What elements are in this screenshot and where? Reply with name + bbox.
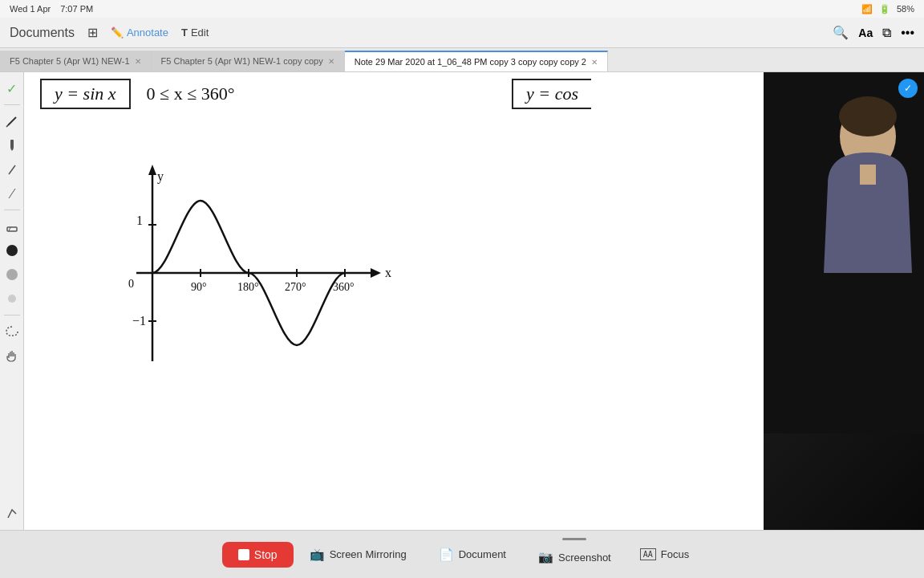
battery-icon: 🔋 (879, 4, 890, 14)
search-icon[interactable]: 🔍 (833, 25, 849, 40)
svg-line-5 (9, 189, 15, 198)
cos-equation: y = cos (512, 79, 591, 109)
screenshot-icon: 📷 (538, 550, 553, 564)
bottom-toolbar: Stop 📺 Screen Mirroring 📄 Document 📷 Scr… (0, 530, 924, 578)
document-label: Document (459, 548, 506, 560)
svg-text:90°: 90° (191, 281, 207, 293)
svg-marker-9 (148, 165, 156, 175)
tool-pen[interactable] (2, 112, 22, 131)
tool-pencil[interactable] (2, 160, 22, 179)
separator-3 (4, 315, 20, 315)
tool-circle-gray[interactable] (2, 265, 22, 284)
tool-lasso[interactable] (2, 322, 22, 341)
tabs-bar: F5 Chapter 5 (Apr W1) NEW-1 ✕ F5 Chapter… (0, 48, 924, 72)
wifi-icon: 📶 (861, 4, 873, 14)
sin-equation: y = sin x (40, 79, 131, 109)
inequality-label: 0 ≤ x ≤ 360° (147, 83, 235, 104)
tab-1[interactable]: F5 Chapter 5 (Apr W1) NEW-1 ✕ (0, 51, 152, 71)
tool-marker[interactable] (2, 136, 22, 155)
tab-3[interactable]: Note 29 Mar 2020 at 1_06_48 PM copy 3 co… (345, 51, 608, 71)
tab-2-label: F5 Chapter 5 (Apr W1) NEW-1 copy copy (161, 56, 323, 66)
main-area: ✓ (0, 72, 924, 530)
edit-button[interactable]: T Edit (181, 26, 209, 39)
tool-eraser[interactable] (2, 217, 22, 236)
text-icon: T (181, 26, 188, 39)
separator-1 (4, 104, 20, 105)
document-button[interactable]: 📄 Document (423, 541, 522, 568)
stop-button[interactable]: Stop (222, 542, 294, 568)
tool-thin-pen[interactable] (2, 184, 22, 203)
svg-text:x: x (385, 266, 391, 279)
screen-mirroring-label: Screen Mirroring (330, 548, 407, 560)
tool-circle-light[interactable] (2, 289, 22, 308)
stop-label: Stop (254, 548, 278, 561)
tab-1-close[interactable]: ✕ (135, 57, 141, 66)
left-toolbar: ✓ (0, 72, 24, 530)
battery-percent: 58% (897, 4, 914, 14)
svg-text:180°: 180° (237, 281, 259, 293)
canvas-area[interactable]: y = sin x 0 ≤ x ≤ 360° y = cos 1 −1 y (24, 72, 764, 530)
documents-label[interactable]: Documents (10, 26, 75, 40)
svg-line-4 (9, 165, 15, 174)
stop-icon (238, 549, 249, 560)
document-icon: 📄 (439, 547, 454, 562)
svg-line-0 (8, 117, 16, 125)
font-icon[interactable]: Aa (858, 26, 873, 39)
camera-active-indicator: ✓ (898, 79, 918, 98)
tab-3-label: Note 29 Mar 2020 at 1_06_48 PM copy 3 co… (355, 57, 586, 67)
screen-mirroring-button[interactable]: 📺 Screen Mirroring (294, 541, 423, 568)
focus-label: Focus (661, 548, 689, 560)
tab-2-close[interactable]: ✕ (328, 57, 334, 66)
status-time: 7:07 PM (60, 4, 93, 14)
layout-icon[interactable]: ⧉ (882, 26, 891, 40)
svg-marker-3 (10, 149, 14, 151)
svg-text:270°: 270° (285, 281, 306, 293)
svg-line-1 (6, 125, 8, 127)
screenshot-label: Screenshot (558, 552, 611, 564)
svg-text:−1: −1 (132, 314, 146, 328)
tab-1-label: F5 Chapter 5 (Apr W1) NEW-1 (10, 56, 130, 66)
focus-icon: AA (640, 548, 656, 560)
tool-check[interactable]: ✓ (2, 79, 22, 98)
top-toolbar: Documents ⊞ ✏️ Annotate T Edit 🔍 Aa ⧉ ••… (0, 18, 924, 48)
svg-point-29 (839, 96, 897, 136)
svg-text:1: 1 (136, 214, 143, 227)
camera-person-view: ✓ (764, 72, 924, 530)
screenshot-button[interactable]: 📷 Screenshot (522, 543, 627, 571)
tab-3-close[interactable]: ✕ (591, 58, 598, 67)
screen-mirroring-icon: 📺 (310, 547, 325, 562)
more-icon[interactable]: ••• (901, 26, 914, 40)
svg-text:360°: 360° (333, 281, 355, 293)
svg-text:0: 0 (128, 278, 134, 290)
svg-text:y: y (157, 169, 164, 184)
screenshot-divider (562, 538, 586, 540)
separator-2 (4, 210, 20, 210)
tool-circle-black[interactable] (2, 241, 22, 260)
person-silhouette (764, 72, 924, 434)
annotate-button[interactable]: ✏️ Annotate (111, 26, 168, 39)
focus-button[interactable]: AA Focus (627, 542, 702, 567)
grid-icon[interactable]: ⊞ (87, 25, 98, 40)
camera-feed: ✓ (764, 72, 924, 530)
sine-graph: 1 −1 y x 0 90° 180° 270° 360° (88, 153, 409, 393)
tool-hand[interactable] (2, 346, 22, 365)
status-date: Wed 1 Apr (10, 4, 51, 14)
pencil-icon: ✏️ (111, 26, 124, 39)
svg-rect-2 (10, 140, 14, 149)
tab-2[interactable]: F5 Chapter 5 (Apr W1) NEW-1 copy copy ✕ (152, 51, 345, 71)
tool-arrow[interactable] (2, 504, 22, 523)
status-bar: Wed 1 Apr 7:07 PM 📶 🔋 58% (0, 0, 924, 18)
svg-marker-11 (371, 268, 381, 278)
svg-rect-30 (860, 165, 876, 185)
